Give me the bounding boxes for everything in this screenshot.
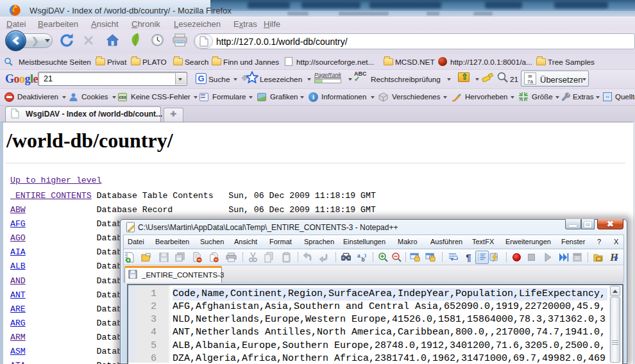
svg-text:a: a (357, 252, 360, 259)
svg-text:b: b (362, 256, 365, 263)
